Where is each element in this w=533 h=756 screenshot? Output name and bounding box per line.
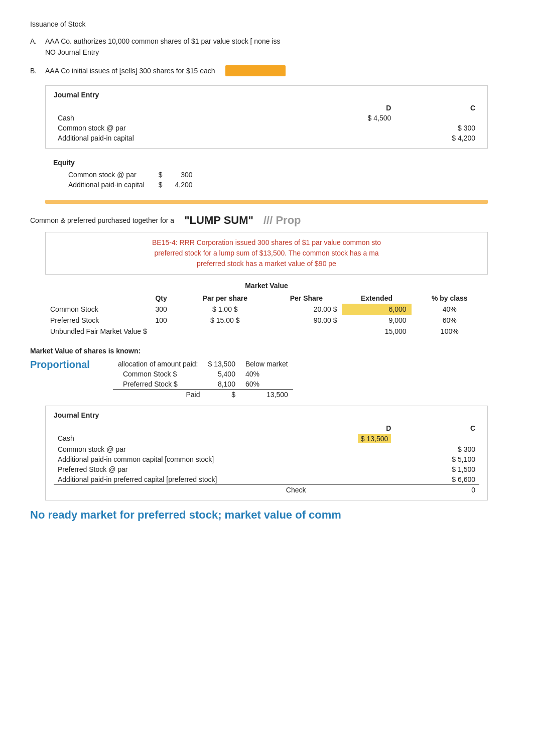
table-row: Cash $ 4,500 (54, 113, 479, 123)
table-row: Common stock @ par $ 300 (54, 444, 479, 454)
lump-sum-label: Common & preferred purchased together fo… (30, 216, 174, 224)
lump-sum-section: Common & preferred purchased together fo… (30, 214, 503, 227)
table-row: Additional paid-in common capital [commo… (54, 454, 479, 464)
bottom-note: No ready market for preferred stock; mar… (30, 509, 503, 522)
preferred-stock-amount: 8,100 (203, 379, 240, 390)
red-info-line3: preferred stock has a market value of $9… (56, 259, 477, 269)
table-row: Additional paid-in capital $ 4,200 (54, 133, 479, 143)
market-value-section: Market Value Qty Par per share Per Share… (45, 282, 488, 337)
table-row: Common stock @ par $ 300 (54, 123, 479, 133)
mv-row1-qty: 300 (143, 304, 179, 315)
section-a-sub: NO Journal Entry (45, 48, 503, 56)
je2-col-c-header: C (395, 423, 479, 433)
section-b-text: AAA Co initial issues of [sells] 300 sha… (45, 67, 215, 75)
check-d (311, 485, 395, 495)
je1-row3-c: $ 4,200 (395, 133, 479, 143)
mv-header-extended: Extended (342, 293, 411, 304)
mv-total-extended: 15,000 (342, 326, 411, 337)
proportional-label: Proportional (30, 359, 90, 370)
table-row: Preferred Stock @ par $ 1,500 (54, 464, 479, 474)
orange-divider-bar (45, 200, 488, 204)
mv-row1-per-share: 20.00 $ (271, 304, 342, 315)
mv-row1-par: $ 1.00 $ (179, 304, 271, 315)
mv-row2-pct: 60% (412, 315, 488, 326)
je2-row3-d (311, 454, 395, 464)
bottom-note-text: No ready market for preferred stock; mar… (30, 509, 341, 521)
je2-row5-desc: Additional paid-in preferred capital [pr… (54, 474, 311, 485)
mv-total-spacer (271, 326, 342, 337)
table-row: Additional paid-in capital $ 4,200 (53, 180, 197, 190)
je2-row1-c (395, 433, 479, 444)
je1-col-d-header: D (311, 103, 395, 113)
paid-label: Paid (113, 390, 203, 400)
mv-header-pct: % by class (412, 293, 488, 304)
mv-header-qty: Qty (143, 293, 179, 304)
below-market: Below market (240, 359, 293, 369)
mv-header-per-share: Per Share (271, 293, 342, 304)
je1-row2-desc: Common stock @ par (54, 123, 311, 133)
prop-alloc-table: allocation of amount paid: $ 13,500 Belo… (113, 359, 293, 400)
je1-row1-d: $ 4,500 (311, 113, 395, 123)
journal-entry-1-table: D C Cash $ 4,500 Common stock @ par $ 30… (54, 103, 479, 143)
mv-row1-extended: 6,000 (342, 304, 411, 315)
alloc-label: allocation of amount paid: (113, 359, 203, 369)
preferred-stock-pct: 60% (240, 379, 293, 390)
section-a-letter: A. (30, 37, 40, 45)
equity-dollar1: $ (149, 170, 167, 180)
journal-entry-2-title: Journal Entry (54, 411, 479, 419)
mv-row2-qty: 100 (143, 315, 179, 326)
red-info-line1: BE15-4: RRR Corporation issued 300 share… (56, 237, 477, 248)
proportional-row: Proportional allocation of amount paid: … (30, 359, 503, 400)
table-row: Qty Par per share Per Share Extended % b… (45, 293, 488, 304)
table-row: Paid $ 13,500 (113, 390, 293, 400)
prop-label: /// Prop (263, 214, 301, 227)
mv-row2-name: Preferred Stock (45, 315, 143, 326)
page-title: Issuance of Stock (30, 20, 503, 28)
equity-section: Equity Common stock @ par $ 300 Addition… (45, 155, 488, 194)
journal-entry-1: Journal Entry D C Cash $ 4,500 Common st… (45, 85, 488, 149)
table-row: Additional paid-in preferred capital [pr… (54, 474, 479, 485)
table-row: Check 0 (54, 485, 479, 495)
mv-row1-name: Common Stock (45, 304, 143, 315)
preferred-stock-label: Preferred Stock $ (113, 379, 203, 390)
je1-row2-d (311, 123, 395, 133)
mv-header-name (45, 293, 143, 304)
highlight-bar (225, 65, 286, 76)
equity-row2-val: 4,200 (167, 180, 197, 190)
je2-col-d-header: D (311, 423, 395, 433)
table-row: Preferred Stock 100 $ 15.00 $ 90.00 $ 9,… (45, 315, 488, 326)
equity-dollar2: $ (149, 180, 167, 190)
je1-row1-c (395, 113, 479, 123)
mv-title: Market Value (45, 282, 488, 290)
je2-row1-d: $ 13,500 (311, 433, 395, 444)
market-known-section: Market Value of shares is known: Proport… (30, 347, 503, 400)
je1-row3-d (311, 133, 395, 143)
je1-row1-desc: Cash (54, 113, 311, 123)
paid-symbol: $ (203, 390, 240, 400)
je1-col-c-header: C (395, 103, 479, 113)
equity-row1-desc: Common stock @ par (53, 170, 149, 180)
equity-title: Equity (53, 159, 480, 167)
mv-row2-extended: 9,000 (342, 315, 411, 326)
cash-highlight: $ 13,500 (358, 434, 391, 443)
market-known-title: Market Value of shares is known: (30, 347, 503, 355)
table-row: Common Stock 300 $ 1.00 $ 20.00 $ 6,000 … (45, 304, 488, 315)
journal-entry-2-table: D C Cash $ 13,500 Common stock @ par $ 3… (54, 423, 479, 495)
journal-entry-2: Journal Entry D C Cash $ 13,500 Common s… (45, 406, 488, 500)
je2-row5-c: $ 6,600 (395, 474, 479, 485)
je2-row4-c: $ 1,500 (395, 464, 479, 474)
je2-row3-desc: Additional paid-in common capital [commo… (54, 454, 311, 464)
je2-row2-c: $ 300 (395, 444, 479, 454)
mv-header-par: Par per share (179, 293, 271, 304)
journal-entry-1-title: Journal Entry (54, 91, 479, 99)
paid-amount: 13,500 (240, 390, 293, 400)
je2-row2-desc: Common stock @ par (54, 444, 311, 454)
alloc-amount: $ 13,500 (203, 359, 240, 369)
check-label: Check (54, 485, 311, 495)
je1-row2-c: $ 300 (395, 123, 479, 133)
je2-row4-desc: Preferred Stock @ par (54, 464, 311, 474)
mv-row2-par: $ 15.00 $ (179, 315, 271, 326)
table-row: Cash $ 13,500 (54, 433, 479, 444)
equity-row2-desc: Additional paid-in capital (53, 180, 149, 190)
mv-row1-pct: 40% (412, 304, 488, 315)
